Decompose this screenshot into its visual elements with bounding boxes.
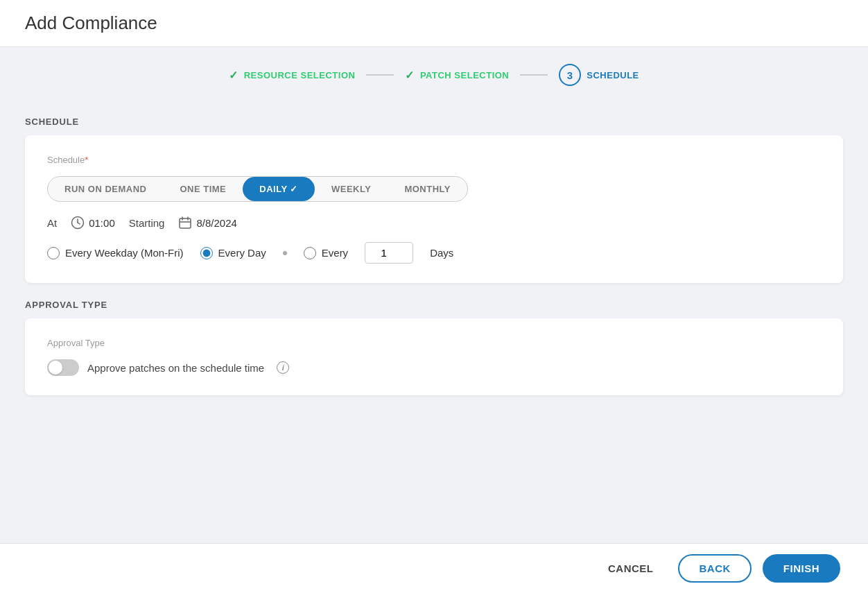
tab-daily[interactable]: DAILY ✓ [243, 177, 315, 201]
step-2: ✓ PATCH SELECTION [405, 69, 509, 82]
approval-section-title: APPROVAL TYPE [25, 300, 843, 310]
page-title: Add Compliance [25, 12, 843, 34]
radio-every-n[interactable]: Every [304, 247, 348, 259]
svg-rect-3 [180, 218, 191, 228]
step-3-circle: 3 [559, 64, 581, 86]
cancel-button[interactable]: CANCEL [594, 556, 668, 581]
step-1-check-icon: ✓ [229, 69, 238, 82]
every-n-unit: Days [430, 247, 453, 259]
radio-every-day-input[interactable] [200, 247, 213, 259]
radio-weekday-input[interactable] [47, 247, 60, 259]
radio-every-day[interactable]: Every Day [200, 247, 266, 259]
page-header: Add Compliance [0, 0, 868, 47]
finish-button[interactable]: FINISH [763, 554, 840, 583]
step-3: 3 SCHEDULE [559, 64, 639, 86]
footer: CANCEL BACK FINISH [0, 543, 868, 593]
time-value: 01:00 [89, 217, 115, 229]
approval-field-label: Approval Type [47, 338, 821, 348]
step-1: ✓ RESOURCE SELECTION [229, 69, 355, 82]
approval-toggle-label: Approve patches on the schedule time [87, 362, 264, 374]
step-2-check-icon: ✓ [405, 69, 415, 82]
schedule-section-title: SCHEDULE [25, 117, 843, 127]
svg-line-2 [78, 223, 80, 224]
date-value: 8/8/2024 [196, 217, 236, 229]
step-divider-2 [520, 74, 548, 76]
time-display: 01:00 [71, 216, 115, 230]
recurrence-options: Every Weekday (Mon-Fri) Every Day Every … [47, 242, 821, 264]
starting-label: Starting [129, 217, 165, 229]
schedule-card: Schedule* RUN ON DEMAND ONE TIME DAILY ✓… [25, 135, 843, 283]
radio-weekday[interactable]: Every Weekday (Mon-Fri) [47, 247, 184, 259]
back-button[interactable]: BACK [678, 554, 751, 583]
radio-every-n-input[interactable] [304, 247, 316, 259]
step-divider-1 [366, 74, 394, 76]
approval-toggle[interactable] [47, 359, 79, 376]
approval-card: Approval Type Approve patches on the sch… [25, 318, 843, 395]
tab-weekly[interactable]: WEEKLY [315, 177, 388, 201]
at-label: At [47, 217, 57, 229]
info-icon: i [277, 361, 289, 374]
tab-one-time[interactable]: ONE TIME [163, 177, 243, 201]
radio-weekday-label: Every Weekday (Mon-Fri) [65, 247, 184, 259]
every-n-input[interactable] [365, 242, 413, 264]
tab-run-on-demand[interactable]: RUN ON DEMAND [48, 177, 163, 201]
step-3-label: SCHEDULE [587, 70, 639, 80]
approval-toggle-row: Approve patches on the schedule time i [47, 359, 821, 376]
tab-monthly[interactable]: MONTHLY [388, 177, 467, 201]
radio-every-day-label: Every Day [218, 247, 266, 259]
stepper: ✓ RESOURCE SELECTION ✓ PATCH SELECTION 3… [0, 47, 868, 97]
dot-divider [283, 251, 287, 255]
calendar-icon [178, 216, 192, 230]
main-content: SCHEDULE Schedule* RUN ON DEMAND ONE TIM… [0, 97, 868, 481]
step-2-label: PATCH SELECTION [420, 70, 509, 80]
required-marker: * [85, 155, 88, 165]
radio-every-n-label: Every [322, 247, 348, 259]
clock-icon [71, 216, 85, 230]
schedule-tabs: RUN ON DEMAND ONE TIME DAILY ✓ WEEKLY MO… [47, 176, 468, 202]
schedule-time-row: At 01:00 Starting [47, 216, 821, 230]
date-display: 8/8/2024 [178, 216, 236, 230]
step-1-label: RESOURCE SELECTION [244, 70, 356, 80]
schedule-field-label: Schedule* [47, 155, 821, 165]
